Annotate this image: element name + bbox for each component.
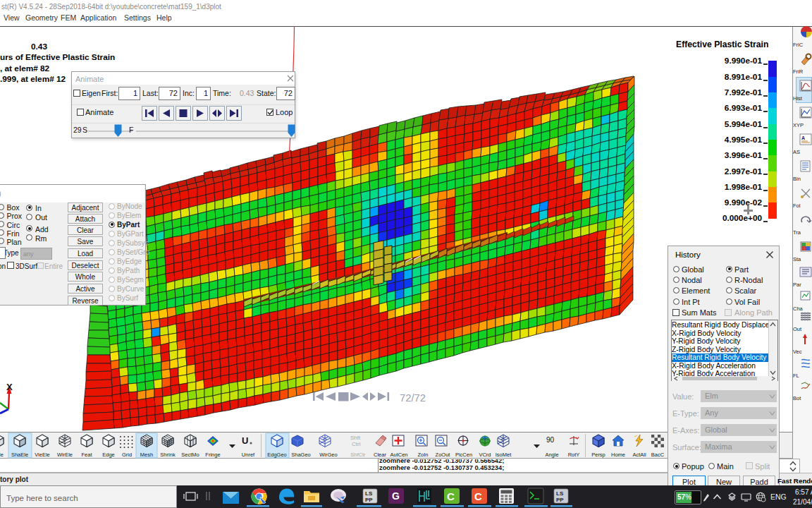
svg-text:X: X [6, 382, 13, 392]
svg-text:72/72: 72/72 [400, 392, 426, 404]
svg-text:A: A [801, 135, 805, 140]
svg-text:Shft: Shft [350, 435, 361, 441]
svg-text:Ctrl: Ctrl [352, 441, 361, 447]
svg-text:C: C [474, 490, 482, 502]
svg-text:PP: PP [556, 497, 564, 503]
svg-text:G: G [392, 490, 400, 502]
svg-text:U: U [242, 435, 248, 446]
svg-text:90: 90 [546, 436, 555, 444]
svg-text:C: C [447, 490, 455, 502]
svg-text:PP: PP [365, 497, 373, 503]
